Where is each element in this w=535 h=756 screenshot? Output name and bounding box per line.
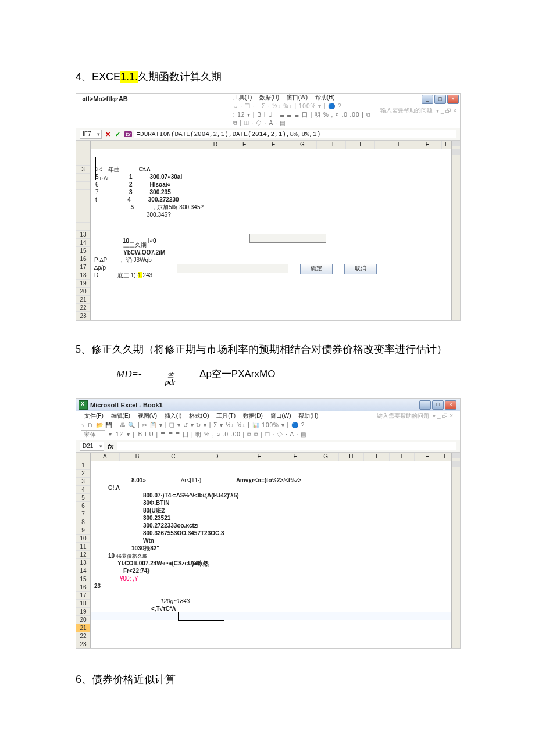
minimize-button[interactable]: _ <box>419 400 431 410</box>
active-cell[interactable] <box>178 612 224 621</box>
title-bar: Microsoft Excel - Book1 _ □ × <box>76 399 460 411</box>
name-box[interactable]: IF7 <box>80 130 102 139</box>
sheet-cells[interactable]: 8.01»∆r<|11·)Λmvχr<n=(to½2>/<t½z> C!.Λ 8… <box>91 461 451 648</box>
column-headers: A B C D E F G H I I E L <box>76 453 460 461</box>
menu-data[interactable]: 数据(D) <box>259 94 279 101</box>
maximize-button[interactable]: □ <box>434 95 446 104</box>
fx-icon[interactable]: fx <box>124 131 132 137</box>
heading-6: 6、债券价格近似计算 <box>76 672 459 686</box>
ok-button[interactable]: 确定 <box>300 264 333 274</box>
scrollbar[interactable] <box>451 453 460 461</box>
menu-help[interactable]: 帮助(H) <box>315 94 335 101</box>
formula-input[interactable] <box>117 442 456 450</box>
menu-window[interactable]: 窗口(W) <box>287 94 308 101</box>
standard-toolbar: ⌂ 🗋 📂 💾 | 🖶 🔍 | ✂ 📋 ▾ | ❏ ▾ ↺ ▾ ↻ ▾ | Σ … <box>76 421 460 429</box>
row-headers: 1234567891011121314151617181920212223 <box>76 461 91 648</box>
heading4-prefix: 4、EXCE <box>76 71 120 83</box>
window-title: Microsoft Excel - Book1 <box>90 402 163 409</box>
window-title: «tl>Mα>ftIφ·AB <box>76 94 229 104</box>
window-controls: _ □ × <box>420 94 460 105</box>
edit-box-2[interactable] <box>177 264 288 273</box>
v-scrollbar[interactable] <box>451 461 460 648</box>
enter-formula-icon[interactable]: ✓ <box>114 131 122 138</box>
name-box[interactable]: D21 <box>80 442 104 451</box>
standard-toolbar: ⌄ · ❒ · | Σ · ½↓ ¾↓ | 100% ▾ | 🔵 ? <box>229 102 381 110</box>
edit-box-1[interactable] <box>249 234 326 243</box>
formula-bar: IF7 ✕ ✓ fx =DURATION(DATE(2004,2,1),DATE… <box>76 128 460 141</box>
formula-md: MD=- 竺pdr Δp空一PXArxMO <box>116 367 459 386</box>
maximize-button[interactable]: □ <box>432 400 444 410</box>
formatting-toolbar: 宋体 ▾ 12 ▾ | B I U | ≣ ≣ ≣ 囗 | 明 % , ¤ .0… <box>76 429 460 440</box>
close-button[interactable]: × <box>445 400 456 410</box>
menu-bar: 工具(T) 数据(D) 窗口(W) 帮助(H) <box>229 94 381 102</box>
excel-screenshot-2: Microsoft Excel - Book1 _ □ × 文件(F) 编辑(E… <box>76 398 461 649</box>
row-headers: 31314151617181920212223 <box>76 149 91 320</box>
paragraph-5: 5、修正久久期（将修正期与市场利率的预期相结合对债券价格改变率进行估计） <box>55 338 459 361</box>
font-name[interactable]: 宋体 <box>81 430 105 439</box>
heading4-highlight: 1.1. <box>120 71 138 83</box>
sheet-cells[interactable]: r·∆r 3< 年曲 Ct.Λ 51300.07«30aI 62HIsoai« … <box>91 149 451 320</box>
font-size[interactable]: 12 <box>116 431 123 438</box>
close-button[interactable]: × <box>447 95 459 104</box>
formula-input[interactable]: =DURATION(DATE(2004,2,1),DATE(2014,2,1),… <box>134 130 456 138</box>
cancel-formula-icon[interactable]: ✕ <box>104 131 112 138</box>
formula-bar: D21 fx <box>76 440 460 453</box>
minimize-button[interactable]: _ <box>422 95 433 104</box>
column-headers: D E F G H I I E L <box>76 141 460 149</box>
help-dropdown-icon: ▾ _ 🗗 × <box>436 108 456 114</box>
menu-tools[interactable]: 工具(T) <box>233 94 252 101</box>
help-search[interactable]: 键入需要帮助的问题 <box>377 412 429 420</box>
formatting-toolbar: : 12 ▾ | B I U | ≣ ≣ ≣ 囗 | 明 % , ¤ .0 .0… <box>229 110 381 128</box>
heading4-suffix: 久期函数计算久期 <box>138 71 222 83</box>
excel-logo-icon <box>79 400 88 410</box>
cancel-button[interactable]: 取消 <box>344 264 377 274</box>
menu-bar: 文件(F) 编辑(E) 视图(V) 插入(I) 格式(O) 工具(T) 数据(D… <box>80 412 324 420</box>
heading-4: 4、EXCE1.1.久期函数计算久期 <box>76 70 459 84</box>
fx-icon[interactable]: fx <box>106 443 115 450</box>
excel-screenshot-1: «tl>Mα>ftIφ·AB 工具(T) 数据(D) 窗口(W) 帮助(H) ⌄… <box>76 93 461 321</box>
scrollbar[interactable] <box>451 141 460 149</box>
v-scrollbar[interactable] <box>451 149 460 320</box>
help-search[interactable]: 输入需要帮助的问题 <box>380 106 433 114</box>
